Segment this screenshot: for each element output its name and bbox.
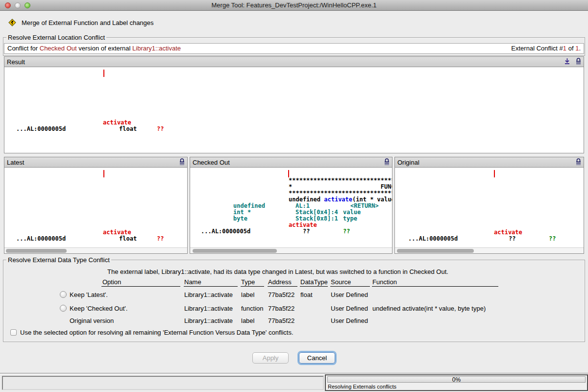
row-name: Library1::activate	[184, 317, 233, 324]
conflict-description-strip: Conflict for Checked Out version of exte…	[4, 43, 584, 54]
lock-original-icon[interactable]	[575, 158, 582, 166]
co-sig-name: activate	[324, 196, 352, 203]
checkedout-panel-header: Checked Out	[190, 157, 392, 168]
co-param-name: type	[343, 216, 357, 222]
conflict-middle: version of external	[77, 45, 132, 52]
original-panel: Original activate ...AL:0000005d ?? ??	[394, 157, 584, 254]
checkedout-hscrollbar[interactable]	[190, 247, 392, 253]
row-function: undefined activate(int * value, byte typ…	[372, 305, 486, 312]
result-unknown: ??	[157, 126, 164, 132]
row-name: Library1::activate	[184, 305, 233, 312]
counter-prefix: External Conflict #	[511, 45, 563, 52]
checkedout-panel-title: Checked Out	[193, 159, 230, 166]
latest-unknown: ??	[157, 236, 164, 242]
col-header-function: Function	[372, 278, 397, 286]
col-header-name: Name	[184, 278, 201, 286]
radio-keep-checkedout[interactable]	[60, 305, 67, 312]
col-header-type: Type	[241, 278, 255, 286]
orig-unknown-2: ??	[549, 236, 556, 242]
window-title: Merge Tool: Features_DevTestProject:/Win…	[0, 1, 588, 9]
location-conflict-group-title: Resolve External Location Conflict	[6, 34, 106, 41]
col-underline	[241, 286, 264, 287]
progress-bar: 0%	[327, 376, 586, 383]
merge-icon	[8, 18, 17, 27]
datatype-conflict-group-title: Resolve External Data Type Conflict	[6, 256, 111, 264]
original-hscroll-thumb[interactable]	[397, 249, 474, 253]
status-message-area	[2, 376, 324, 390]
result-datatype: float	[119, 126, 137, 132]
co-unknown-2: ??	[343, 228, 350, 235]
orig-label: activate	[494, 229, 522, 236]
original-listing-cursor	[494, 170, 495, 177]
row-source: User Defined	[331, 291, 368, 298]
latest-panel: Latest activate ...AL:0000005d float ??	[4, 157, 188, 254]
row-option: Original version	[70, 317, 114, 324]
latest-datatype: float	[119, 236, 137, 242]
progress-task-label: Resolving Externals conflicts	[328, 384, 396, 390]
result-panel: Result activate ...AL:0000005d float ??	[4, 56, 584, 153]
row-option[interactable]: Keep 'Latest'.	[70, 291, 108, 298]
checkedout-hscroll-thumb[interactable]	[193, 249, 277, 253]
col-underline	[372, 286, 498, 287]
co-unknown-1: ??	[303, 228, 310, 235]
latest-panel-header: Latest	[4, 157, 187, 168]
merge-phase-header: Merge of External Function and Label cha…	[8, 18, 154, 27]
progress-panel: 0% Resolving Externals conflicts	[325, 374, 588, 391]
col-header-address: Address	[268, 278, 292, 286]
latest-address: ...AL:0000005d	[16, 236, 66, 242]
row-source: User Defined	[331, 305, 368, 312]
goto-result-icon[interactable]	[564, 58, 570, 65]
lock-checkedout-icon[interactable]	[384, 158, 390, 166]
counter-middle: of	[566, 45, 575, 52]
col-underline	[300, 286, 328, 287]
use-for-all-checkbox[interactable]	[10, 329, 17, 336]
merge-phase-title: Merge of External Function and Label cha…	[22, 19, 154, 26]
row-option[interactable]: Keep 'Checked Out'.	[70, 305, 127, 312]
co-sig-pre: undefined	[289, 196, 324, 203]
radio-keep-latest[interactable]	[60, 291, 67, 298]
row-type: label	[241, 317, 254, 324]
original-hscrollbar[interactable]	[395, 247, 584, 253]
result-listing[interactable]: activate ...AL:0000005d float ??	[4, 67, 584, 153]
conflict-version: Checked Out	[40, 45, 77, 52]
row-address: 77ba5f22	[268, 305, 294, 312]
apply-button[interactable]: Apply	[252, 352, 289, 364]
co-param-type: byte	[233, 216, 247, 222]
datatype-conflict-description: The external label, Library1::activate, …	[107, 268, 448, 275]
latest-hscroll-thumb[interactable]	[6, 249, 67, 253]
col-underline	[101, 286, 180, 287]
original-panel-title: Original	[397, 159, 419, 166]
row-address: 77ba5f22	[268, 291, 294, 298]
cancel-button[interactable]: Cancel	[299, 352, 335, 364]
result-address: ...AL:0000005d	[16, 126, 66, 132]
checkedout-listing-cursor	[288, 170, 289, 177]
conflict-prefix: Conflict for	[7, 45, 40, 52]
lock-result-icon[interactable]	[575, 58, 582, 65]
row-source: User Defined	[331, 317, 368, 324]
title-bar: Merge Tool: Features_DevTestProject:/Win…	[0, 0, 588, 11]
original-panel-header: Original	[395, 157, 584, 168]
checkedout-listing[interactable]: ****************************************…	[190, 168, 392, 247]
row-type: function	[241, 305, 264, 312]
conflict-description: Conflict for Checked Out version of exte…	[7, 44, 181, 53]
orig-address: ...AL:0000005d	[408, 236, 458, 242]
orig-unknown-1: ??	[509, 236, 515, 242]
original-listing[interactable]: activate ...AL:0000005d ?? ??	[395, 168, 584, 247]
col-underline	[184, 286, 238, 287]
col-header-option: Option	[102, 278, 121, 286]
counter-suffix: .	[579, 45, 581, 52]
datatype-conflict-group: Resolve External Data Type Conflict The …	[3, 260, 585, 342]
co-address: ...AL:0000005d	[201, 228, 250, 235]
row-datatype: float	[300, 291, 313, 298]
result-listing-cursor	[103, 70, 104, 77]
latest-hscrollbar[interactable]	[4, 247, 187, 253]
lock-latest-icon[interactable]	[179, 158, 185, 166]
conflict-counter: External Conflict #1 of 1.	[511, 44, 581, 53]
use-for-all-label[interactable]: Use the selected option for resolving al…	[20, 329, 294, 336]
row-address: 77ba5f22	[268, 317, 294, 324]
col-underline	[330, 286, 370, 287]
latest-listing[interactable]: activate ...AL:0000005d float ??	[4, 168, 187, 247]
conflict-external-name: Library1::activate	[132, 45, 181, 52]
checkedout-panel: Checked Out ****************************…	[190, 157, 392, 254]
latest-panel-title: Latest	[7, 159, 24, 166]
